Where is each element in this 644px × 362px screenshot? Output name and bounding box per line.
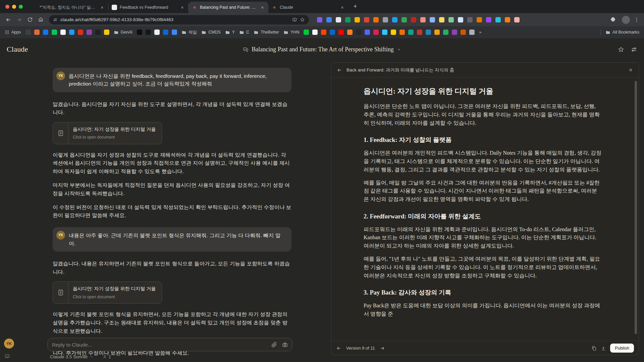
- tab-close-icon[interactable]: [179, 5, 185, 10]
- settings-sliders-button[interactable]: [631, 46, 637, 53]
- reply-input[interactable]: [52, 342, 267, 348]
- extension-icon[interactable]: [383, 17, 388, 22]
- publish-button[interactable]: Publish: [610, 344, 634, 353]
- conversation-title-menu[interactable]: Balancing Past and Future: The Art of Pe…: [243, 38, 401, 60]
- bookmark-folder-jeil[interactable]: 제일: [181, 30, 197, 35]
- browser-profile-avatar[interactable]: [622, 16, 630, 24]
- previous-version-button[interactable]: [336, 346, 341, 351]
- zoom-window-button[interactable]: [19, 5, 23, 9]
- extension-icon[interactable]: [458, 17, 463, 22]
- bookmark-favicon[interactable]: [469, 30, 475, 35]
- bookmark-favicon[interactable]: [347, 30, 353, 35]
- download-icon[interactable]: [601, 346, 606, 351]
- bookmark-favicon[interactable]: [95, 30, 101, 35]
- home-button[interactable]: [36, 15, 46, 25]
- bookmark-star-icon[interactable]: [300, 17, 305, 22]
- all-bookmarks-button[interactable]: All Bookmarks: [605, 30, 639, 35]
- bookmark-favicon[interactable]: [172, 30, 177, 35]
- bookmark-favicon[interactable]: [391, 30, 396, 35]
- collaborators-indicator[interactable]: 1: [103, 355, 111, 359]
- bookmark-favicon[interactable]: [163, 30, 168, 35]
- composer-input-box[interactable]: [47, 338, 292, 351]
- bookmark-favicon[interactable]: [321, 30, 326, 35]
- bookmark-folder-cmds[interactable]: CMDS: [201, 30, 221, 35]
- extension-icon[interactable]: [336, 17, 341, 22]
- extension-icon[interactable]: [430, 17, 435, 22]
- account-avatar[interactable]: YK: [4, 339, 14, 349]
- bookmark-favicon[interactable]: [434, 30, 440, 35]
- bookmark-favicon[interactable]: [137, 30, 142, 35]
- attach-file-icon[interactable]: [271, 342, 277, 348]
- tab-close-icon[interactable]: [260, 5, 265, 10]
- extension-icon[interactable]: [345, 17, 351, 22]
- bookmark-folder-c[interactable]: C: [239, 30, 249, 35]
- back-button[interactable]: [3, 15, 13, 25]
- extension-icon[interactable]: [439, 17, 444, 22]
- bookmark-favicon[interactable]: [408, 30, 414, 35]
- bookmark-favicon[interactable]: [78, 30, 83, 35]
- bookmark-favicon[interactable]: [399, 30, 405, 35]
- extension-icon[interactable]: [364, 17, 369, 22]
- bookmark-favicon[interactable]: [382, 30, 387, 35]
- bookmark-favicon[interactable]: [154, 30, 160, 35]
- bookmark-favicon[interactable]: [338, 30, 344, 35]
- bookmark-favicon[interactable]: [426, 30, 431, 35]
- bookmark-favicon[interactable]: [52, 30, 57, 35]
- bookmark-favicon[interactable]: [69, 30, 74, 35]
- extension-icon[interactable]: [514, 17, 520, 22]
- star-button[interactable]: [618, 46, 624, 53]
- bookmark-folder-genai[interactable]: GenAI: [114, 30, 132, 35]
- claude-wordmark[interactable]: Claude: [7, 45, 28, 54]
- bookmark-folder-y[interactable]: Y: [225, 30, 235, 35]
- extension-icon[interactable]: [505, 17, 510, 22]
- close-icon[interactable]: [628, 67, 633, 72]
- address-bar[interactable]: claude.ai/chat/f65d6297-59b2-4133-838e-9…: [49, 15, 309, 24]
- forward-button[interactable]: [14, 15, 24, 25]
- extension-icon[interactable]: [486, 17, 491, 22]
- model-selector[interactable]: Claude 3.5 Sonnet: [50, 354, 93, 359]
- site-info-icon[interactable]: [53, 17, 58, 22]
- minimize-window-button[interactable]: [12, 5, 16, 9]
- extension-icon[interactable]: [420, 17, 426, 22]
- extension-icon[interactable]: [411, 17, 416, 22]
- artifact-card-1[interactable]: 옵시디언: 자기 성장을 위한 디지털 거울 Click to open doc…: [53, 122, 162, 144]
- bookmark-favicon[interactable]: [417, 30, 422, 35]
- bookmark-favicon[interactable]: [452, 30, 457, 35]
- bookmark-favicon[interactable]: [373, 30, 379, 35]
- scrollbar-thumb[interactable]: [635, 81, 637, 334]
- artifact-card-2[interactable]: 옵시디언: 자기 성장을 위한 디지털 거울 Click to open doc…: [53, 281, 162, 304]
- extensions-puzzle-icon[interactable]: [608, 15, 618, 25]
- browser-tab-4[interactable]: ✳ Claude: [268, 2, 348, 13]
- close-window-button[interactable]: [5, 5, 9, 9]
- extension-icon[interactable]: [392, 17, 397, 22]
- bookmark-favicon[interactable]: [87, 30, 92, 35]
- browser-tab-2[interactable]: Feedback vs Feedforward: [108, 2, 188, 13]
- bookmark-apps[interactable]: Apps: [5, 30, 21, 35]
- bookmark-favicon[interactable]: [461, 30, 466, 35]
- bookmark-favicon[interactable]: [146, 30, 151, 35]
- bookmark-folder-yhn[interactable]: YHN: [283, 30, 299, 35]
- extension-icon[interactable]: [448, 17, 454, 22]
- extension-icon[interactable]: [373, 17, 379, 22]
- bookmark-favicon[interactable]: [312, 30, 318, 35]
- browser-tab-3-active[interactable]: ✳ Balancing Past and Future: The Art of …: [189, 2, 268, 13]
- extension-icon[interactable]: [326, 17, 332, 22]
- back-arrow-icon[interactable]: [337, 67, 342, 73]
- bookmark-favicon[interactable]: [304, 30, 309, 35]
- browser-tab-1[interactable]: *"지적도, 창지도 아니다" 일의 속...: [28, 2, 108, 13]
- bookmarks-overflow-chevron[interactable]: »: [479, 30, 481, 35]
- bookmark-favicon[interactable]: [43, 30, 48, 35]
- bookmark-favicon[interactable]: [365, 30, 370, 35]
- bookmark-favicon[interactable]: [25, 30, 31, 35]
- bookmark-favicon[interactable]: [34, 30, 40, 35]
- extension-icon[interactable]: [355, 17, 360, 22]
- bookmark-favicon[interactable]: [104, 30, 109, 35]
- share-to-device-icon[interactable]: [292, 17, 297, 22]
- reload-button[interactable]: [25, 15, 35, 25]
- new-tab-button[interactable]: +: [351, 2, 360, 11]
- next-version-button[interactable]: [380, 346, 385, 351]
- bookmark-favicon[interactable]: [443, 30, 448, 35]
- tab-close-icon[interactable]: [99, 5, 105, 10]
- extension-icon[interactable]: [401, 17, 407, 22]
- chat-column[interactable]: YK 옵시디언은 나 자신을 위한 feedback, feedforward,…: [0, 60, 331, 362]
